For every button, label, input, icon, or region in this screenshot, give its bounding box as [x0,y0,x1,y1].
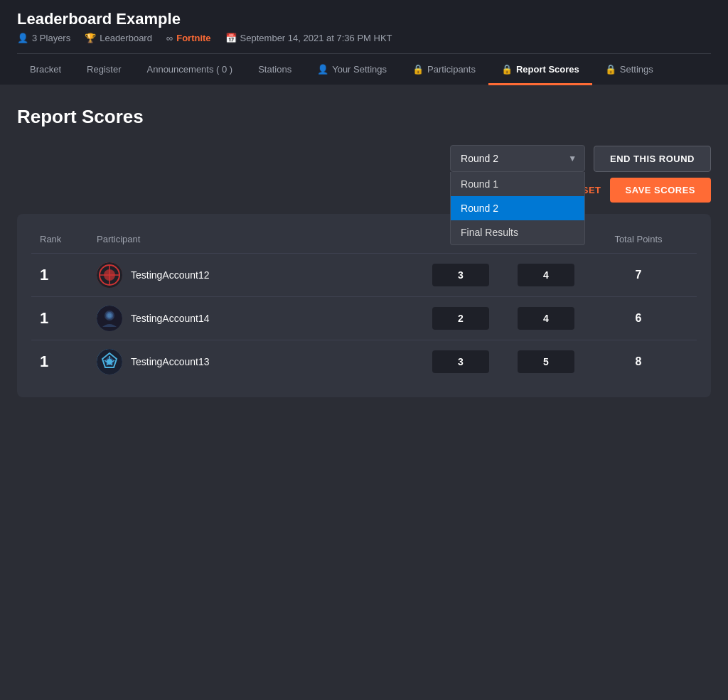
players-count: 3 Players [32,33,70,43]
avatar-1 [97,262,122,288]
header-meta: 👤 3 Players 🏆 Leaderboard ∞ Fortnite 📅 S… [17,33,711,50]
nav-your-settings-label: Your Settings [332,64,387,75]
date-meta: 📅 September 14, 2021 at 7:36 PM HKT [225,33,392,43]
link-icon: ∞ [166,33,173,43]
score-cell-2-set1 [418,307,503,330]
table-header: Rank Participant Set 1 Set 2 Total Point… [31,228,697,250]
participant-cell-2: TestingAccount14 [97,306,418,331]
participant-name-2: TestingAccount14 [131,313,210,324]
nav-stations[interactable]: Stations [245,54,304,85]
avatar-2 [97,306,122,331]
nav-participants[interactable]: 🔒 Participants [400,54,488,85]
nav-report-scores[interactable]: 🔒 Report Scores [488,54,592,85]
lock-icon-settings: 🔒 [605,64,616,75]
avatar-3 [97,349,122,375]
participant-name-1: TestingAccount12 [131,269,210,281]
controls-row-1: Round 1 Round 2 Final Results ▼ Round 1 … [17,145,711,172]
nav-settings-label: Settings [620,64,653,75]
leaderboard-meta: 🏆 Leaderboard [85,33,152,43]
score-cell-3-set1 [418,350,503,373]
nav-settings[interactable]: 🔒 Settings [592,54,666,85]
score-cell-1-set1 [418,264,503,286]
save-scores-button[interactable]: SAVE SCORES [610,178,711,203]
nav-stations-label: Stations [258,64,291,75]
table-row: 1 TestingAccount12 7 [31,253,697,296]
round-dropdown-wrapper: Round 1 Round 2 Final Results ▼ Round 1 … [450,145,585,172]
participant-cell-3: TestingAccount13 [97,349,418,375]
round-dropdown-menu: Round 1 Round 2 Final Results [450,172,585,245]
main-nav: Bracket Register Announcements ( 0 ) Sta… [17,53,711,85]
score-cell-3-set2 [503,350,589,373]
lock-icon-participants: 🔒 [412,64,424,75]
rank-cell-2: 1 [40,309,97,328]
nav-participants-label: Participants [427,64,476,75]
players-meta: 👤 3 Players [17,33,70,43]
controls-row-2: ADD SET SAVE SCORES [17,178,711,203]
lock-icon-report: 🔒 [501,64,513,75]
col-header-total: Total Points [589,234,688,244]
score-input-3-set2[interactable] [518,350,574,373]
participant-name-3: TestingAccount13 [131,356,210,367]
score-cell-2-set2 [503,307,589,330]
table-row: 1 TestingAccount13 [31,340,697,383]
rank-cell-3: 1 [40,352,97,371]
score-input-1-set1[interactable] [432,264,489,286]
nav-bracket-label: Bracket [30,64,61,75]
trophy-icon: 🏆 [85,33,96,43]
score-input-2-set2[interactable] [518,307,574,330]
end-round-button[interactable]: END THIS ROUND [594,146,711,172]
total-cell-3: 8 [589,355,688,368]
scores-table-container: Rank Participant Set 1 Set 2 Total Point… [17,214,711,397]
nav-register-label: Register [87,64,121,75]
participant-cell-1: TestingAccount12 [97,262,418,288]
table-row: 1 TestingAccount14 6 [31,296,697,340]
nav-your-settings[interactable]: 👤 Your Settings [304,54,400,85]
calendar-icon: 📅 [225,33,237,43]
nav-announcements[interactable]: Announcements ( 0 ) [134,54,246,85]
nav-register[interactable]: Register [74,54,134,85]
nav-bracket[interactable]: Bracket [17,54,74,85]
event-date: September 14, 2021 at 7:36 PM HKT [240,33,392,43]
dropdown-option-final[interactable]: Final Results [451,220,584,244]
dropdown-option-round2[interactable]: Round 2 [451,196,584,220]
total-cell-1: 7 [589,269,688,281]
game-meta[interactable]: ∞ Fortnite [166,33,211,43]
main-content: Report Scores Round 1 Round 2 Final Resu… [0,85,728,419]
dropdown-option-round1[interactable]: Round 1 [451,172,584,196]
app-title: Leaderboard Example [17,10,711,28]
col-header-participant: Participant [97,234,418,244]
leaderboard-label: Leaderboard [100,33,152,43]
score-input-1-set2[interactable] [518,264,574,286]
nav-report-scores-label: Report Scores [516,64,579,75]
round-select[interactable]: Round 1 Round 2 Final Results [450,145,585,172]
nav-announcements-label: Announcements ( 0 ) [147,64,233,75]
person-icon-nav: 👤 [317,64,328,75]
person-icon: 👤 [17,33,28,43]
total-cell-2: 6 [589,312,688,325]
header: Leaderboard Example 👤 3 Players 🏆 Leader… [0,0,728,85]
svg-point-8 [107,313,112,318]
game-link[interactable]: Fortnite [176,33,210,43]
score-cell-1-set2 [503,264,589,286]
rank-cell-1: 1 [40,266,97,284]
score-input-3-set1[interactable] [432,350,489,373]
col-header-rank: Rank [40,234,97,244]
page-title: Report Scores [17,106,711,128]
score-input-2-set1[interactable] [432,307,489,330]
